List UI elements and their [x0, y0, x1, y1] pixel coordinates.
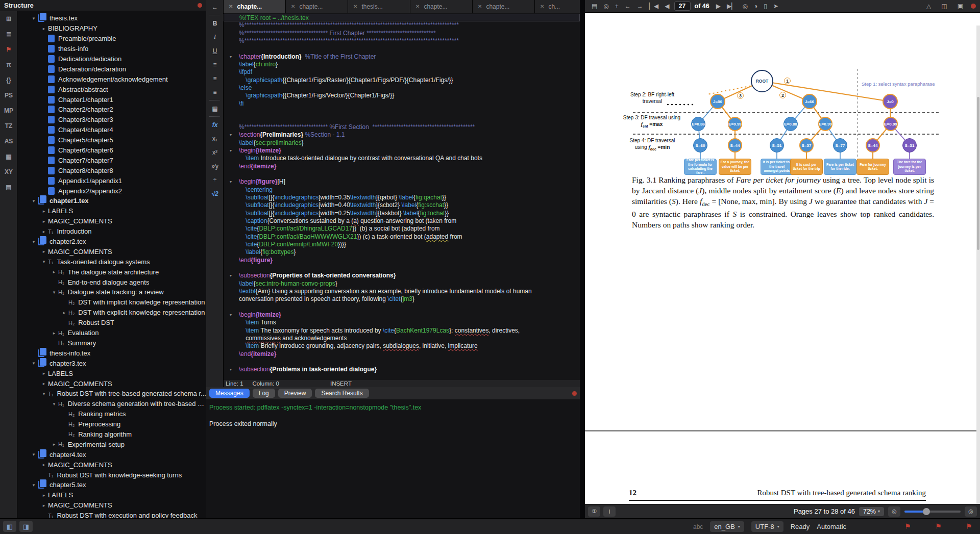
- editor-tab[interactable]: ✕thesis...: [348, 0, 410, 13]
- structure-row[interactable]: H₂Robust DST: [17, 318, 206, 328]
- page-fit-icon[interactable]: ▯: [761, 3, 770, 10]
- structure-row[interactable]: ▾T₁Task-oriented dialogue systems: [17, 257, 206, 267]
- structure-row[interactable]: Chapter8/chapter8: [17, 165, 206, 175]
- metapost-icon[interactable]: MP: [0, 103, 17, 118]
- chevron-down-icon[interactable]: ▾: [40, 391, 48, 396]
- chevron-right-icon[interactable]: ▸: [50, 442, 58, 447]
- math-symbols-icon[interactable]: π: [0, 57, 17, 72]
- structure-row[interactable]: H₂DST with implicit knowledge representa…: [17, 297, 206, 308]
- chevron-right-icon[interactable]: ▸: [40, 503, 48, 508]
- structure-row[interactable]: Chapter3/chapter3: [17, 115, 206, 125]
- chevron-right-icon[interactable]: ▸: [40, 249, 48, 254]
- chevron-down-icon[interactable]: ▾: [50, 290, 58, 295]
- printer-icon[interactable]: ▤: [0, 180, 17, 195]
- forward-icon[interactable]: →: [634, 3, 646, 10]
- zoom-slider[interactable]: [904, 511, 961, 513]
- close-tab-icon[interactable]: ✕: [415, 4, 420, 9]
- chevron-down-icon[interactable]: ▾: [30, 198, 38, 204]
- structure-row[interactable]: Chapter6/chapter6: [17, 145, 206, 156]
- bold-icon[interactable]: B: [206, 16, 224, 30]
- bookmark-flag-icon[interactable]: ⚑: [935, 522, 942, 530]
- structure-row[interactable]: H₂Ranking metrics: [17, 409, 206, 419]
- first-page-icon[interactable]: ▏◀: [647, 3, 661, 10]
- bookmark-flag-icon[interactable]: ⚑: [966, 522, 972, 530]
- structure-row[interactable]: Acknowledgement/acknowledgement: [17, 74, 206, 84]
- chevron-right-icon[interactable]: ▸: [50, 330, 58, 336]
- editor-tab[interactable]: ✕chapte...: [410, 0, 473, 13]
- xy-pic-icon[interactable]: XY: [0, 164, 17, 180]
- fraction-icon[interactable]: ÷: [206, 173, 224, 187]
- tikz-icon[interactable]: TZ: [0, 118, 17, 134]
- structure-row[interactable]: Chapter1/chapter1: [17, 94, 206, 105]
- underline-icon[interactable]: U: [206, 44, 224, 58]
- structure-row[interactable]: Appendix1/appendix1: [17, 175, 206, 186]
- align-right-icon[interactable]: ≡: [206, 85, 224, 99]
- structure-row[interactable]: thesis-info: [17, 44, 206, 54]
- text-select-button[interactable]: I: [603, 506, 616, 517]
- chevron-right-icon[interactable]: ▸: [40, 493, 48, 498]
- zoom-one-button[interactable]: ①: [588, 506, 600, 517]
- chevron-right-icon[interactable]: ▸: [40, 381, 48, 386]
- subscript-icon[interactable]: x₁: [206, 132, 224, 145]
- structure-row[interactable]: ▾chapter3.tex: [17, 358, 206, 368]
- structure-row[interactable]: ▸MAGIC_COMMENTS: [17, 378, 206, 389]
- pointer-icon[interactable]: ➤: [771, 3, 781, 10]
- structure-row[interactable]: ▸H₁Experimental setup: [17, 439, 206, 449]
- chevron-right-icon[interactable]: ▸: [40, 219, 48, 224]
- chevron-right-icon[interactable]: ▸: [40, 462, 48, 467]
- tab-messages[interactable]: Messages: [209, 389, 250, 398]
- detach-icon[interactable]: ◫: [939, 3, 949, 10]
- superscript-icon[interactable]: x²: [206, 145, 224, 159]
- italic-icon[interactable]: I: [206, 30, 224, 44]
- close-pdf-viewer-button[interactable]: [971, 4, 976, 9]
- ink-icon[interactable]: ◑: [751, 3, 760, 10]
- structure-row[interactable]: Dedication/dedication: [17, 54, 206, 64]
- toggle-left-panel-button[interactable]: ◧: [3, 521, 16, 532]
- fraction-xy-icon[interactable]: x⁄y: [206, 159, 224, 173]
- chevron-down-icon[interactable]: ▾: [40, 259, 48, 264]
- structure-row[interactable]: ▸H₁The dialogue state architecture: [17, 267, 206, 277]
- structure-row[interactable]: ▾chapter4.tex: [17, 449, 206, 460]
- toggle-bottom-panel-button[interactable]: ◨: [19, 521, 33, 532]
- insert-image-icon[interactable]: ▦: [206, 101, 224, 115]
- fold-arrow-icon[interactable]: ▾: [230, 272, 232, 279]
- align-center-icon[interactable]: ≡: [206, 71, 224, 85]
- chevron-right-icon[interactable]: ▸: [40, 209, 48, 214]
- pdf-scrollbar[interactable]: [976, 26, 980, 504]
- back-icon[interactable]: ←: [206, 0, 224, 14]
- structure-row[interactable]: thesis-info.tex: [17, 348, 206, 358]
- structure-row[interactable]: T₁Robust DST with knowledge-seeking turn…: [17, 470, 206, 480]
- structure-row[interactable]: ▸LABELS: [17, 368, 206, 378]
- structure-row[interactable]: ▸LABELS: [17, 206, 206, 216]
- page-number-input[interactable]: [674, 2, 691, 11]
- square-root-icon[interactable]: √2: [206, 187, 224, 200]
- line-symbols-icon[interactable]: ≣: [0, 27, 17, 42]
- pstricks-icon[interactable]: PS: [0, 88, 17, 103]
- spellcheck-icon[interactable]: abc: [693, 523, 703, 530]
- chevron-right-icon[interactable]: ▸: [40, 229, 48, 234]
- tab-log[interactable]: Log: [253, 389, 275, 398]
- structure-row[interactable]: H₁End-to-end dialogue agents: [17, 277, 206, 287]
- align-left-icon[interactable]: ≡: [206, 58, 224, 71]
- print-icon[interactable]: ▤: [589, 3, 600, 10]
- structure-row[interactable]: ▾chapter5.tex: [17, 480, 206, 490]
- close-tab-icon[interactable]: ✕: [229, 4, 233, 9]
- expand-icon[interactable]: △: [924, 3, 934, 10]
- structure-row[interactable]: H₁Summary: [17, 338, 206, 348]
- editor-tab[interactable]: ✕chapte...: [286, 0, 348, 13]
- structure-row[interactable]: ▸MAGIC_COMMENTS: [17, 216, 206, 226]
- close-tab-icon[interactable]: ✕: [540, 4, 544, 9]
- windows-icon[interactable]: ▣: [955, 3, 966, 10]
- structure-row[interactable]: ▸BIBLIOGRAPHY: [17, 23, 206, 34]
- structure-row[interactable]: H₂Ranking algorithm: [17, 429, 206, 440]
- chevron-down-icon[interactable]: ▾: [30, 361, 38, 366]
- next-page-icon[interactable]: ▶: [714, 3, 723, 10]
- last-page-icon[interactable]: ▶▏: [724, 3, 739, 10]
- fold-arrow-icon[interactable]: ▾: [230, 131, 232, 139]
- structure-view-icon[interactable]: ⊞: [0, 11, 17, 27]
- structure-row[interactable]: ▸H₂DST with explicit knowledge represent…: [17, 308, 206, 318]
- structure-row[interactable]: Chapter5/chapter5: [17, 135, 206, 145]
- editor-tab[interactable]: ✕chapte...: [473, 0, 535, 13]
- structure-row[interactable]: ▸H₁Evaluation: [17, 328, 206, 338]
- fold-arrow-icon[interactable]: ▾: [230, 147, 232, 155]
